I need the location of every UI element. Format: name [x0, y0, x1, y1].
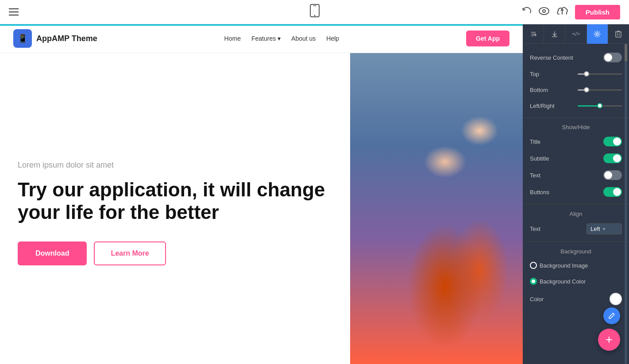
left-right-label: Left/Right	[530, 103, 555, 109]
bottom-slider-container	[578, 89, 622, 91]
buttons-toggle-row: Buttons	[523, 184, 629, 200]
eye-icon[interactable]	[539, 7, 549, 17]
background-color-option[interactable]: Background Color	[530, 278, 586, 285]
add-fab[interactable]: +	[598, 329, 620, 351]
show-hide-label: Show/Hide	[523, 121, 629, 133]
svg-point-3	[539, 8, 549, 15]
download-button[interactable]: Download	[18, 241, 87, 265]
hamburger-icon[interactable]	[9, 8, 19, 15]
svg-point-12	[596, 33, 598, 35]
hero-image	[350, 53, 523, 364]
subtitle-toggle[interactable]	[603, 153, 622, 163]
hero-subtitle: Lorem ipsum dolor sit amet	[18, 161, 332, 170]
background-color-row: Background Color	[523, 273, 629, 289]
left-right-slider-row: Left/Right	[523, 98, 629, 114]
bottom-slider-track[interactable]	[578, 89, 622, 91]
cyan-border	[0, 24, 523, 26]
sort-tool-btn[interactable]	[523, 24, 544, 44]
divider-1	[523, 117, 629, 118]
subtitle-label: Subtitle	[530, 155, 549, 162]
nav-link-help[interactable]: Help	[326, 35, 339, 42]
nav-link-features[interactable]: Features ▾	[251, 35, 281, 42]
background-image-option[interactable]: Background Image	[530, 262, 588, 269]
toolbar-right: Publish	[522, 5, 620, 19]
text-align-row: Text Left ▾	[523, 220, 629, 238]
panel-toolbar: </>	[523, 24, 629, 44]
hero-buttons: Download Learn More	[18, 241, 332, 265]
title-toggle-row: Title	[523, 133, 629, 150]
top-label: Top	[530, 71, 539, 77]
color-row: Color	[523, 289, 629, 309]
buttons-label: Buttons	[530, 189, 549, 195]
dropdown-arrow: ▾	[603, 226, 605, 231]
download-tool-btn[interactable]	[544, 24, 565, 44]
text-label: Text	[530, 172, 540, 179]
panel-content: Reverse Content Top Bottom	[523, 44, 629, 314]
reverse-content-toggle[interactable]	[603, 53, 622, 62]
svg-point-1	[314, 15, 315, 16]
buttons-toggle[interactable]	[603, 187, 622, 197]
hero-image-container	[350, 53, 523, 364]
nav-cta-button[interactable]: Get App	[466, 31, 509, 46]
toolbar-left	[9, 8, 19, 15]
nav-logo-icon: 📱	[13, 29, 32, 48]
svg-rect-13	[616, 32, 621, 37]
background-image-row: Background Image	[523, 257, 629, 273]
nav-link-about[interactable]: About us	[291, 35, 316, 42]
nav-links: Home Features ▾ About us Help	[224, 35, 340, 42]
top-slider-container	[578, 73, 622, 75]
top-toolbar: Publish	[0, 0, 629, 24]
nav-logo: 📱 AppAMP Theme	[13, 29, 97, 48]
add-icon: +	[606, 333, 613, 347]
hero-title: Try our application, it will change your…	[18, 179, 332, 223]
undo-icon[interactable]	[522, 6, 532, 18]
background-image-label: Background Image	[540, 262, 588, 269]
background-color-label: Background Color	[540, 278, 586, 285]
color-label: Color	[530, 296, 544, 303]
learn-more-button[interactable]: Learn More	[94, 241, 166, 265]
background-color-radio[interactable]	[530, 278, 537, 285]
background-image-radio[interactable]	[530, 262, 537, 269]
title-label: Title	[530, 138, 540, 145]
subtitle-toggle-row: Subtitle	[523, 150, 629, 167]
reverse-content-row: Reverse Content	[523, 49, 629, 66]
toolbar-center	[309, 4, 320, 20]
text-toggle-row: Text	[523, 167, 629, 184]
code-tool-btn[interactable]: </>	[565, 24, 587, 44]
scrollbar-track	[625, 44, 627, 364]
preview-nav: 📱 AppAMP Theme Home Features ▾ About us …	[0, 24, 523, 53]
hero-image-overlay	[350, 53, 523, 364]
divider-2	[523, 204, 629, 204]
divider-3	[523, 241, 629, 242]
nav-link-home[interactable]: Home	[224, 35, 241, 42]
top-slider-row: Top	[523, 66, 629, 82]
text-align-label: Text	[530, 226, 540, 232]
bottom-label: Bottom	[530, 87, 548, 93]
hero-section: Lorem ipsum dolor sit amet Try our appli…	[0, 53, 523, 364]
scrollbar-thumb[interactable]	[625, 44, 627, 61]
gear-tool-btn[interactable]	[587, 24, 608, 44]
nav-logo-text: AppAMP Theme	[36, 34, 97, 43]
left-right-slider-container	[578, 105, 622, 107]
preview-area: 📱 AppAMP Theme Home Features ▾ About us …	[0, 24, 523, 364]
bottom-slider-row: Bottom	[523, 82, 629, 98]
color-swatch[interactable]	[610, 293, 622, 305]
phone-icon[interactable]	[309, 4, 320, 20]
reverse-content-label: Reverse Content	[530, 54, 573, 61]
text-align-value: Left	[590, 226, 600, 232]
left-right-slider-track[interactable]	[578, 105, 622, 107]
svg-point-4	[543, 10, 545, 12]
align-label: Align	[523, 208, 629, 220]
text-align-dropdown[interactable]: Left ▾	[587, 223, 622, 234]
cloud-icon[interactable]	[556, 6, 568, 18]
main-area: 📱 AppAMP Theme Home Features ▾ About us …	[0, 24, 629, 364]
top-slider-track[interactable]	[578, 73, 622, 75]
title-toggle[interactable]	[603, 137, 622, 146]
edit-fab[interactable]	[603, 307, 620, 324]
background-label: Background	[523, 245, 629, 257]
hero-left: Lorem ipsum dolor sit amet Try our appli…	[0, 53, 350, 364]
text-toggle[interactable]	[603, 170, 622, 180]
trash-tool-btn[interactable]	[608, 24, 629, 44]
publish-button[interactable]: Publish	[575, 5, 620, 19]
